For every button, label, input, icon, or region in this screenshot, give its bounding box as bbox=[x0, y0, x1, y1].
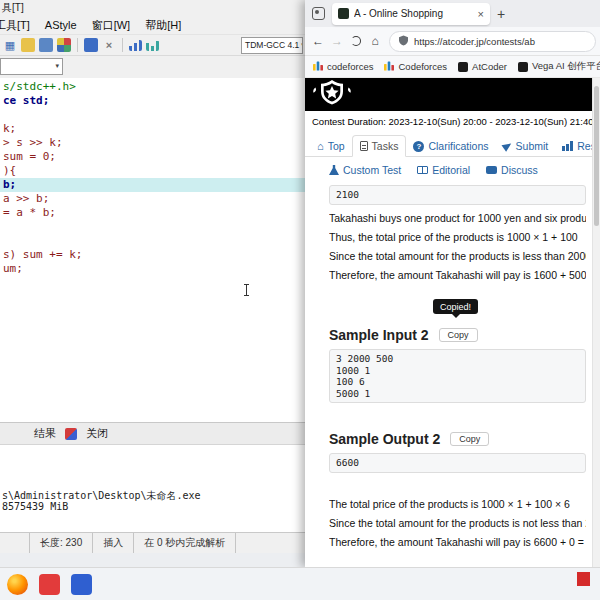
tab-submit[interactable]: Submit bbox=[496, 136, 556, 156]
profile-chart-icon[interactable] bbox=[129, 40, 142, 51]
bookmark-codeforces-2[interactable]: Codeforces bbox=[384, 61, 447, 73]
code-line: ce std; bbox=[0, 94, 306, 108]
devcpp-window: 具[T] 工具[T] AStyle 窗口[W] 帮助[H] ▦ × TDM-GC… bbox=[0, 0, 306, 553]
forward-button[interactable]: → bbox=[328, 34, 346, 48]
scrollbar[interactable] bbox=[592, 78, 600, 567]
home-button[interactable]: ⌂ bbox=[366, 34, 384, 48]
text-cursor-ibeam bbox=[243, 284, 250, 296]
menu-tools[interactable]: 工具[T] bbox=[0, 18, 30, 33]
menu-window[interactable]: 窗口[W] bbox=[92, 18, 131, 33]
menu-help[interactable]: 帮助[H] bbox=[145, 18, 181, 33]
sample-output-2-heading-row: Sample Output 2 Copy bbox=[329, 431, 586, 447]
sample-input-2-pre[interactable]: 3 2000 500 1000 1 100 6 5000 1 bbox=[329, 349, 586, 403]
explanation-line: Thus, the total price of the products is… bbox=[329, 228, 586, 247]
reload-button[interactable] bbox=[351, 36, 361, 46]
copied-tooltip: Copied! bbox=[433, 299, 478, 314]
class-browser-row: ▾ bbox=[0, 56, 306, 76]
copy-button[interactable]: Copy bbox=[450, 432, 489, 446]
windows-taskbar bbox=[0, 567, 600, 600]
red-tray-icon[interactable] bbox=[577, 572, 590, 586]
code-line: k; bbox=[0, 122, 306, 136]
link-label: Custom Test bbox=[343, 164, 401, 176]
project-grid-icon[interactable]: ▦ bbox=[3, 38, 17, 52]
sample-input-2-heading-row: Sample Input 2 Copy bbox=[329, 327, 586, 343]
bookmark-label: Codeforces bbox=[398, 61, 447, 72]
link-discuss[interactable]: Discuss bbox=[486, 164, 538, 176]
results-chart-icon bbox=[562, 141, 573, 151]
tab-clarifications[interactable]: ? Clarifications bbox=[406, 136, 495, 156]
ide-toolbar: ▦ × TDM-GCC 4.1 ▾ bbox=[0, 34, 306, 56]
status-insert-mode: 插入 bbox=[93, 533, 134, 553]
bookmark-label: codeforces bbox=[327, 61, 373, 72]
tab-top[interactable]: ⌂ Top bbox=[310, 136, 352, 156]
atcoder-favicon bbox=[338, 8, 349, 19]
shield-icon[interactable] bbox=[398, 32, 409, 50]
paper-plane-icon bbox=[501, 140, 513, 152]
tab-result[interactable]: 结果 bbox=[34, 426, 56, 441]
code-line: s) sum += k; bbox=[0, 248, 306, 262]
chevron-down-icon: ▾ bbox=[55, 62, 59, 70]
back-button[interactable]: ← bbox=[309, 34, 327, 48]
screenshot-root: 具[T] 工具[T] AStyle 窗口[W] 帮助[H] ▦ × TDM-GC… bbox=[0, 0, 600, 600]
close-x-icon[interactable]: × bbox=[102, 38, 116, 52]
link-label: Editorial bbox=[432, 164, 470, 176]
atcoder-icon bbox=[458, 62, 468, 72]
code-line: sum = 0; bbox=[0, 150, 306, 164]
code-line bbox=[0, 220, 306, 234]
tab-tasks[interactable]: Tasks bbox=[352, 135, 407, 157]
explanation-line: Therefore, the amount Takahashi will pay… bbox=[329, 533, 586, 552]
link-custom-test[interactable]: Custom Test bbox=[329, 164, 401, 176]
ide-menubar: 工具[T] AStyle 窗口[W] 帮助[H] bbox=[0, 16, 306, 34]
toolbar-separator bbox=[77, 38, 78, 52]
status-length: 长度: 230 bbox=[30, 533, 93, 553]
code-line: = a * b; bbox=[0, 206, 306, 220]
compiler-select[interactable]: TDM-GCC 4.1 ▾ bbox=[241, 37, 303, 54]
compile-output: s\Administrator\Desktop\未命名.exe 8575439 … bbox=[0, 444, 306, 532]
link-label: Discuss bbox=[501, 164, 538, 176]
red-app-icon[interactable] bbox=[39, 574, 60, 595]
log-icon bbox=[65, 428, 77, 440]
explanation-line: The total price of the products is 1000 … bbox=[329, 495, 586, 514]
compile-icon[interactable] bbox=[84, 38, 98, 52]
firefox-view-icon[interactable] bbox=[312, 7, 325, 20]
compiler-select-value: TDM-GCC 4.1 bbox=[245, 40, 299, 50]
contest-duration: Contest Duration: 2023-12-10(Sun) 20:00 … bbox=[305, 111, 600, 131]
sample-output-1-partial[interactable]: 2100 bbox=[329, 185, 586, 205]
new-tab-button[interactable]: + bbox=[497, 6, 505, 22]
code-editor[interactable]: s/stdc++.h> ce std; k; > s >> k; sum = 0… bbox=[0, 78, 306, 422]
status-spacer bbox=[0, 533, 30, 553]
browser-tabbar: A - Online Shopping × + bbox=[305, 0, 600, 27]
bookmark-atcoder[interactable]: AtCoder bbox=[458, 61, 507, 72]
ide-title-fragment: 具[T] bbox=[2, 2, 24, 13]
bookmark-codeforces[interactable]: codeforces bbox=[313, 61, 373, 73]
devcpp-icon[interactable] bbox=[71, 574, 92, 595]
url-text: https://atcoder.jp/contests/ab bbox=[414, 36, 535, 47]
bookmarks-bar: codeforces Codeforces AtCoder Vega AI 创作… bbox=[305, 56, 600, 78]
sample-input-2-title: Sample Input 2 bbox=[329, 327, 429, 343]
scrollbar-thumb[interactable] bbox=[594, 86, 599, 226]
url-bar[interactable]: https://atcoder.jp/contests/ab bbox=[389, 31, 596, 52]
browser-tab-active[interactable]: A - Online Shopping × bbox=[332, 3, 490, 25]
bookmark-vega-ai[interactable]: Vega AI 创作平台 bbox=[518, 60, 600, 73]
open-folder-icon[interactable] bbox=[21, 38, 35, 52]
ide-titlebar: 具[T] bbox=[0, 0, 306, 16]
tab-label: Submit bbox=[516, 140, 549, 152]
copy-button[interactable]: Copy bbox=[439, 328, 478, 342]
link-editorial[interactable]: Editorial bbox=[417, 164, 470, 176]
tab-close-icon[interactable]: × bbox=[478, 8, 484, 20]
run-chart-icon[interactable] bbox=[146, 40, 159, 51]
firefox-window: A - Online Shopping × + ← → ⌂ https://at… bbox=[305, 0, 600, 567]
menu-astyle[interactable]: AStyle bbox=[45, 19, 77, 31]
sample-output-2-pre[interactable]: 6600 bbox=[329, 453, 586, 473]
home-icon: ⌂ bbox=[317, 141, 324, 152]
code-line: um; bbox=[0, 262, 306, 276]
new-project-icon[interactable] bbox=[57, 38, 71, 52]
tab-close-panel[interactable]: 关闭 bbox=[86, 426, 108, 441]
class-browser-select[interactable]: ▾ bbox=[0, 58, 63, 75]
code-line bbox=[0, 234, 306, 248]
save-icon[interactable] bbox=[39, 38, 53, 52]
book-icon bbox=[417, 166, 428, 174]
explanation-line: Since the total amount for the products … bbox=[329, 247, 586, 266]
firefox-icon[interactable] bbox=[7, 574, 28, 595]
atcoder-logo[interactable] bbox=[312, 79, 352, 110]
